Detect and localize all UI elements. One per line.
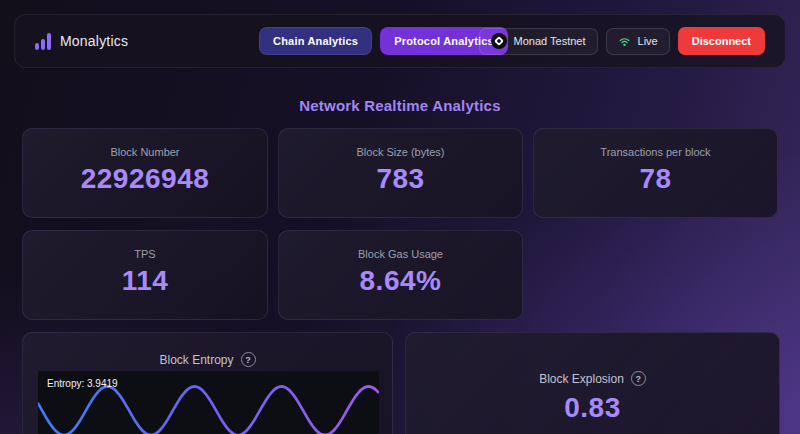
stat-card-tps: TPS 114 [22,230,268,320]
entropy-chart: Entropy: 3.9419 [38,371,379,434]
stat-value: 114 [122,265,169,297]
network-badge-label: Monad Testnet [514,35,586,47]
stat-value: 22926948 [81,163,210,195]
stat-value: 78 [639,163,671,195]
live-signal-icon [618,35,631,48]
navbar: Monalytics Chain Analytics Protocol Anal… [14,14,786,68]
stat-value: 783 [376,163,424,195]
stat-card-block-size: Block Size (bytes) 783 [278,128,523,218]
navbar-right: Monad Testnet Live Disconnect [479,27,765,55]
stat-label: TPS [134,248,155,260]
stat-label: Block Gas Usage [358,248,443,260]
brand-name: Monalytics [60,33,128,49]
entropy-value-annotation: Entropy: 3.9419 [47,378,118,389]
help-icon[interactable]: ? [241,352,256,367]
block-entropy-card: Block Entropy ? Entropy: 3.9419 [22,332,393,434]
nav-tabs: Chain Analytics Protocol Analytics [259,27,508,55]
live-status-badge: Live [606,28,670,55]
chain-analytics-button[interactable]: Chain Analytics [259,27,372,55]
help-icon[interactable]: ? [631,371,646,386]
disconnect-button[interactable]: Disconnect [678,27,765,55]
page-title: Network Realtime Analytics [0,97,800,114]
bar-chart-logo-icon [35,33,51,50]
block-explosion-value: 0.83 [564,392,621,424]
stat-card-block-gas-usage: Block Gas Usage 8.64% [278,230,523,320]
stat-value: 8.64% [360,265,442,297]
stat-card-block-number: Block Number 22926948 [22,128,268,218]
stat-label: Block Size (bytes) [356,146,444,158]
stat-label: Block Number [110,146,179,158]
entropy-wave-line [38,386,378,434]
stat-card-transactions-per-block: Transactions per block 78 [533,128,778,218]
brand-logo: Monalytics [35,33,128,50]
stat-label: Transactions per block [600,146,710,158]
block-entropy-title: Block Entropy [159,353,233,367]
block-explosion-card: Block Explosion ? 0.83 [405,332,780,434]
monad-diamond-icon [491,33,507,49]
live-badge-label: Live [638,35,658,47]
block-explosion-title: Block Explosion [539,372,624,386]
network-badge[interactable]: Monad Testnet [479,28,598,55]
